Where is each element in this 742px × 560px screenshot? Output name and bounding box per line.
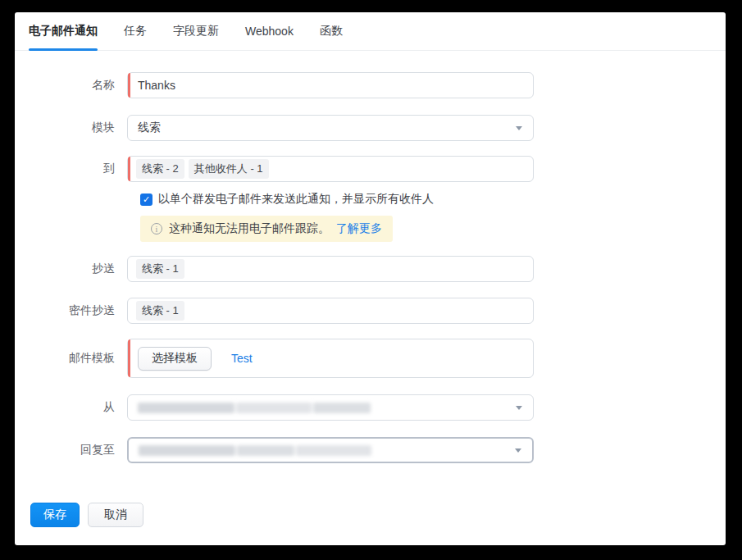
- reply-to-label: 回复至: [15, 443, 127, 458]
- tab-field-update[interactable]: 字段更新: [173, 12, 219, 50]
- action-type-tabbar: 电子邮件通知 任务 字段更新 Webhook 函数: [15, 12, 726, 51]
- to-row: 到 线索 - 2 其他收件人 - 1: [15, 156, 726, 182]
- save-button[interactable]: 保存: [30, 503, 80, 527]
- bcc-chip-list: 线索 - 1: [136, 301, 184, 321]
- cc-chip-list: 线索 - 1: [136, 259, 184, 279]
- module-row: 模块 线索: [15, 115, 726, 141]
- cc-label: 抄送: [15, 262, 127, 276]
- tracking-note-text: 这种通知无法用电子邮件跟踪。: [169, 221, 330, 236]
- template-row: 邮件模板 选择模板 Test: [15, 339, 726, 378]
- redacted-value: [139, 445, 371, 456]
- tab-email-notification[interactable]: 电子邮件通知: [29, 12, 98, 50]
- chevron-down-icon: [516, 406, 522, 410]
- template-name-link[interactable]: Test: [231, 352, 253, 365]
- redacted-value: [138, 403, 371, 413]
- mass-mail-checkbox-label: 以单个群发电子邮件来发送此通知，并显示所有收件人: [158, 192, 434, 207]
- mass-mail-option-row: ✓ 以单个群发电子邮件来发送此通知，并显示所有收件人: [140, 192, 726, 207]
- recipient-chip[interactable]: 线索 - 1: [136, 301, 184, 321]
- info-icon: i: [151, 223, 162, 234]
- mass-mail-checkbox[interactable]: ✓: [140, 193, 152, 206]
- form-actions: 保存 取消: [30, 503, 726, 527]
- name-label: 名称: [15, 78, 127, 93]
- recipient-chip[interactable]: 线索 - 1: [136, 259, 184, 279]
- tab-task[interactable]: 任务: [124, 12, 147, 50]
- cc-input[interactable]: 线索 - 1: [127, 256, 534, 282]
- tracking-note-row: i 这种通知无法用电子邮件跟踪。 了解更多: [140, 216, 726, 242]
- bcc-input[interactable]: 线索 - 1: [127, 298, 534, 324]
- choose-template-button[interactable]: 选择模板: [138, 347, 212, 371]
- from-row: 从: [15, 394, 726, 421]
- email-notification-form: 名称 Thanks 模块 线索 到 线索 - 2 其他收件: [15, 51, 726, 527]
- tab-function[interactable]: 函数: [320, 12, 343, 50]
- modal-backdrop: 电子邮件通知 任务 字段更新 Webhook 函数 名称 Thanks 模块 线…: [0, 0, 742, 560]
- name-value: Thanks: [138, 79, 175, 92]
- reply-to-select[interactable]: [127, 437, 534, 463]
- bcc-row: 密件抄送 线索 - 1: [15, 298, 726, 324]
- from-select[interactable]: [127, 394, 534, 421]
- chevron-down-icon: [515, 448, 521, 453]
- module-select[interactable]: 线索: [127, 115, 534, 141]
- learn-more-link[interactable]: 了解更多: [336, 221, 382, 236]
- from-label: 从: [15, 400, 127, 415]
- bcc-label: 密件抄送: [15, 303, 127, 318]
- chevron-down-icon: [516, 126, 522, 130]
- tracking-note: i 这种通知无法用电子邮件跟踪。 了解更多: [140, 216, 393, 242]
- reply-to-row: 回复至: [15, 437, 726, 463]
- recipient-chip[interactable]: 其他收件人 - 1: [189, 159, 269, 179]
- recipient-chip[interactable]: 线索 - 2: [136, 159, 184, 179]
- workflow-action-panel: 电子邮件通知 任务 字段更新 Webhook 函数 名称 Thanks 模块 线…: [15, 12, 726, 545]
- name-row: 名称 Thanks: [15, 72, 726, 98]
- cc-row: 抄送 线索 - 1: [15, 256, 726, 282]
- to-chip-list: 线索 - 2 其他收件人 - 1: [136, 159, 269, 179]
- template-field: 选择模板 Test: [127, 339, 534, 378]
- checkmark-icon: ✓: [143, 195, 150, 204]
- tab-webhook[interactable]: Webhook: [245, 12, 294, 50]
- module-label: 模块: [15, 121, 127, 135]
- to-label: 到: [15, 162, 127, 176]
- module-value: 线索: [138, 121, 161, 135]
- cancel-button[interactable]: 取消: [88, 503, 143, 527]
- name-input[interactable]: Thanks: [127, 72, 534, 98]
- template-label: 邮件模板: [15, 351, 127, 366]
- to-input[interactable]: 线索 - 2 其他收件人 - 1: [127, 156, 534, 182]
